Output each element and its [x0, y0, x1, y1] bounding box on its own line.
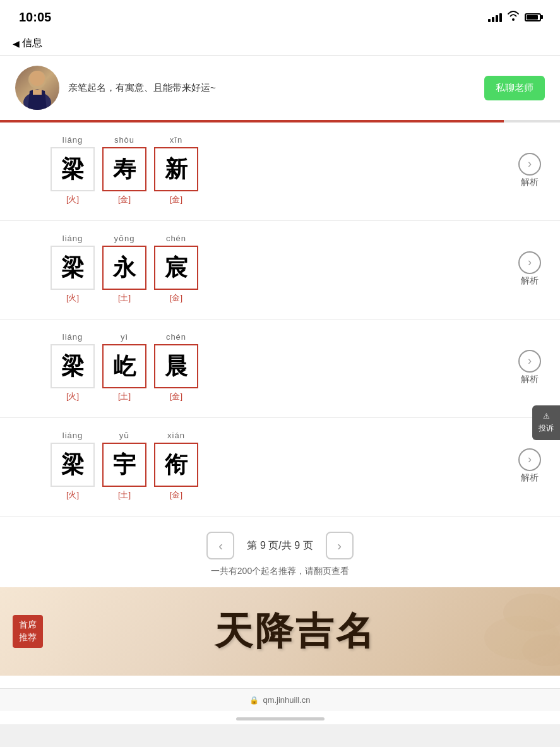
char-box-1-2: 宸 [154, 246, 198, 290]
page-info: 第 9 页/共 9 页 [247, 539, 313, 553]
pinyin-0-0: liáng [63, 135, 83, 145]
name-chars-2: liáng梁[火]yì屹[土]chén晨[金] [51, 332, 198, 402]
name-card-0: liáng梁[火]shòu寿[金]xīn新[金]›解析 [0, 123, 560, 221]
element-label-1-2: [金] [170, 292, 182, 304]
char-box-1-1: 永 [102, 246, 146, 290]
name-card-1: liáng梁[火]yǒng永[土]chén宸[金]›解析 [0, 221, 560, 320]
analyze-label-2: 解析 [521, 374, 539, 385]
name-char-group-1-1: yǒng永[土] [102, 234, 146, 304]
name-char-group-2-2: chén晨[金] [154, 332, 198, 402]
name-char-group-0-1: shòu寿[金] [102, 135, 146, 205]
next-page-button[interactable]: › [326, 532, 354, 559]
pinyin-0-2: xīn [170, 135, 182, 145]
element-label-0-2: [金] [170, 194, 182, 205]
pinyin-1-0: liáng [63, 234, 83, 243]
name-char-group-1-2: chén宸[金] [154, 234, 198, 304]
nav-back-button[interactable]: ◀ 信息 [13, 37, 42, 50]
element-label-2-2: [金] [170, 391, 182, 402]
name-chars-0: liáng梁[火]shòu寿[金]xīn新[金] [51, 135, 198, 205]
url-text: qm.jinhuill.cn [263, 695, 310, 705]
element-label-1-1: [土] [118, 292, 131, 304]
lock-icon: 🔒 [249, 696, 259, 705]
next-icon: › [337, 539, 342, 553]
page-total-info: 一共有200个起名推荐，请翻页查看 [211, 566, 349, 577]
home-indicator [0, 711, 560, 724]
banner-tag-line1: 首席 [19, 619, 37, 631]
pinyin-3-0: liáng [63, 431, 83, 440]
name-char-group-0-2: xīn新[金] [154, 135, 198, 205]
avatar [15, 66, 59, 110]
analyze-label-3: 解析 [521, 472, 539, 484]
element-label-2-0: [火] [66, 391, 79, 402]
prev-page-button[interactable]: ‹ [206, 532, 234, 559]
char-box-0-1: 寿 [102, 147, 146, 191]
teacher-card: 亲笔起名，有寓意、且能带来好运~ 私聊老师 [0, 56, 560, 120]
analyze-button-3[interactable]: ›解析 [518, 448, 541, 484]
signal-icon [488, 12, 502, 22]
complaint-button[interactable]: ⚠ 投诉 [532, 405, 560, 440]
element-label-3-0: [火] [66, 489, 79, 501]
char-box-0-0: 梁 [51, 147, 95, 191]
char-box-3-1: 宇 [102, 443, 146, 487]
nav-back-label: 信息 [22, 37, 42, 50]
pagination: ‹ 第 9 页/共 9 页 › 一共有200个起名推荐，请翻页查看 [0, 517, 560, 587]
private-chat-button[interactable]: 私聊老师 [484, 76, 545, 100]
pinyin-3-1: yǔ [119, 431, 130, 440]
prev-icon: ‹ [218, 539, 223, 553]
banner-tag-line2: 推荐 [19, 631, 37, 644]
name-char-group-3-2: xián衔[金] [154, 431, 198, 501]
char-box-3-0: 梁 [51, 443, 95, 487]
svg-point-2 [30, 71, 45, 86]
bottom-bar: 🔒 qm.jinhuill.cn [0, 688, 560, 711]
analyze-label-1: 解析 [521, 275, 539, 287]
pinyin-2-0: liáng [63, 332, 83, 342]
pinyin-1-2: chén [166, 234, 186, 243]
avatar-image [15, 66, 59, 110]
char-box-3-2: 衔 [154, 443, 198, 487]
analyze-button-1[interactable]: ›解析 [518, 251, 541, 287]
status-bar: 10:05 [0, 0, 560, 32]
teacher-info: 亲笔起名，有寓意、且能带来好运~ [15, 66, 216, 110]
name-cards-container: liáng梁[火]shòu寿[金]xīn新[金]›解析liáng梁[火]yǒng… [0, 123, 560, 517]
analyze-circle-icon-3: › [518, 448, 541, 471]
analyze-label-0: 解析 [521, 177, 539, 188]
element-label-3-2: [金] [170, 489, 182, 501]
banner-title: 天降吉名 [43, 606, 547, 657]
status-icons [488, 11, 541, 23]
banner-tag: 首席 推荐 [13, 615, 43, 647]
element-label-1-0: [火] [66, 292, 79, 304]
analyze-button-2[interactable]: ›解析 [518, 350, 541, 385]
char-box-2-2: 晨 [154, 344, 198, 388]
char-box-2-1: 屹 [102, 344, 146, 388]
pagination-controls: ‹ 第 9 页/共 9 页 › [206, 532, 353, 559]
pinyin-1-1: yǒng [114, 234, 135, 243]
teacher-description: 亲笔起名，有寓意、且能带来好运~ [68, 81, 216, 95]
pinyin-3-2: xián [167, 431, 185, 440]
name-chars-1: liáng梁[火]yǒng永[土]chén宸[金] [51, 234, 198, 304]
element-label-3-1: [土] [118, 489, 131, 501]
name-card-2: liáng梁[火]yì屹[土]chén晨[金]›解析 [0, 320, 560, 418]
pinyin-0-1: shòu [114, 135, 134, 145]
element-label-0-1: [金] [118, 194, 131, 205]
pinyin-2-1: yì [121, 332, 128, 342]
complaint-label: 投诉 [539, 423, 554, 434]
pinyin-2-2: chén [166, 332, 186, 342]
name-char-group-0-0: liáng梁[火] [51, 135, 95, 205]
char-box-2-0: 梁 [51, 344, 95, 388]
name-chars-3: liáng梁[火]yǔ宇[土]xián衔[金] [51, 431, 198, 501]
nav-bar: ◀ 信息 [0, 32, 560, 56]
analyze-circle-icon-1: › [518, 251, 541, 274]
back-arrow-icon: ◀ [13, 39, 20, 49]
status-time: 10:05 [19, 10, 51, 25]
complaint-icon: ⚠ [543, 412, 550, 421]
analyze-circle-icon-2: › [518, 350, 541, 373]
char-box-0-2: 新 [154, 147, 198, 191]
element-label-0-0: [火] [66, 194, 79, 205]
main-content: liáng梁[火]shòu寿[金]xīn新[金]›解析liáng梁[火]yǒng… [0, 123, 560, 688]
analyze-button-0[interactable]: ›解析 [518, 153, 541, 188]
name-char-group-2-0: liáng梁[火] [51, 332, 95, 402]
analyze-circle-icon-0: › [518, 153, 541, 176]
name-char-group-3-0: liáng梁[火] [51, 431, 95, 501]
home-bar [236, 717, 325, 720]
name-char-group-1-0: liáng梁[火] [51, 234, 95, 304]
